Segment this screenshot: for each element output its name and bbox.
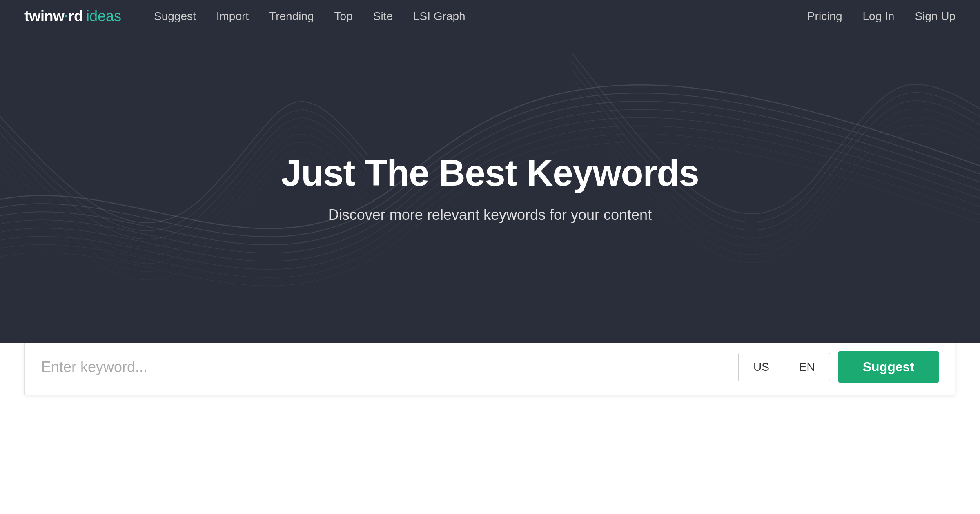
nav-item-import[interactable]: Import xyxy=(216,10,249,23)
logo-dot: · xyxy=(64,8,68,25)
nav-item-lsi[interactable]: LSI Graph xyxy=(413,10,466,23)
nav-link-login[interactable]: Log In xyxy=(863,10,895,23)
suggest-button[interactable]: Suggest xyxy=(838,351,939,383)
hero-content: Just The Best Keywords Discover more rel… xyxy=(281,152,699,224)
nav-left: twinw·rd ideas Suggest Import Trending T… xyxy=(24,8,466,25)
hero-subtitle: Discover more relevant keywords for your… xyxy=(281,206,699,224)
hero-section: Just The Best Keywords Discover more rel… xyxy=(0,33,980,343)
nav-link-pricing[interactable]: Pricing xyxy=(807,10,842,23)
nav-item-site[interactable]: Site xyxy=(373,10,393,23)
nav-item-trending[interactable]: Trending xyxy=(269,10,314,23)
below-fold xyxy=(0,395,980,514)
nav-link-suggest[interactable]: Suggest xyxy=(154,10,196,22)
nav-link-lsi[interactable]: LSI Graph xyxy=(413,10,466,22)
language-button[interactable]: EN xyxy=(784,353,830,381)
nav-item-top[interactable]: Top xyxy=(334,10,353,23)
logo-rd: rd xyxy=(69,8,83,25)
hero-title: Just The Best Keywords xyxy=(281,152,699,194)
search-section: US EN Suggest xyxy=(0,343,980,395)
nav-link-top[interactable]: Top xyxy=(334,10,353,22)
search-container: US EN Suggest xyxy=(24,339,956,395)
logo-twinword: twinw xyxy=(24,8,64,25)
nav-link-trending[interactable]: Trending xyxy=(269,10,314,22)
nav-link-import[interactable]: Import xyxy=(216,10,249,22)
nav-link-site[interactable]: Site xyxy=(373,10,393,22)
logo-ideas: ideas xyxy=(86,8,121,25)
nav-links: Suggest Import Trending Top Site LSI Gra… xyxy=(154,10,466,23)
search-controls: US EN Suggest xyxy=(738,351,939,383)
logo[interactable]: twinw·rd ideas xyxy=(24,8,121,25)
nav-item-suggest[interactable]: Suggest xyxy=(154,10,196,23)
nav-right: Pricing Log In Sign Up xyxy=(807,10,956,23)
country-button[interactable]: US xyxy=(738,353,784,381)
nav-link-signup[interactable]: Sign Up xyxy=(915,10,956,23)
search-input[interactable] xyxy=(41,359,730,376)
navbar: twinw·rd ideas Suggest Import Trending T… xyxy=(0,0,980,33)
